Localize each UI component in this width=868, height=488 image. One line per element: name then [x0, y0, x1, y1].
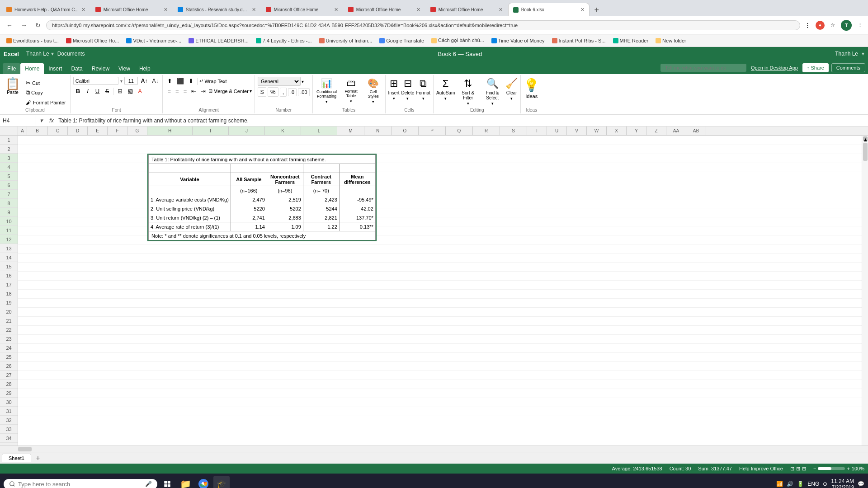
row-num-21[interactable]: 21: [0, 316, 18, 325]
col-header-P[interactable]: P: [419, 127, 446, 135]
zoom-out-button[interactable]: −: [813, 466, 816, 471]
language-icon[interactable]: ENG: [807, 481, 819, 487]
align-left-button[interactable]: ≡: [165, 87, 173, 95]
col-header-A[interactable]: A: [18, 127, 27, 135]
tab-view[interactable]: View: [114, 63, 135, 74]
col-header-L[interactable]: L: [301, 127, 337, 135]
scroll-up-arrow[interactable]: ▲: [863, 136, 868, 141]
adblock-icon[interactable]: ●: [816, 21, 825, 30]
open-desktop-btn[interactable]: Open in Desktop App: [751, 65, 798, 70]
share-button[interactable]: ↑ Share: [802, 63, 829, 72]
row-num-15[interactable]: 15: [0, 262, 18, 271]
col-header-AA[interactable]: AA: [666, 127, 686, 135]
comments-button[interactable]: Comments: [831, 63, 865, 72]
table-row[interactable]: 2. Unit selling price (VND/kg) 5220 5202…: [149, 204, 376, 213]
autosum-button[interactable]: Σ AutoSum ▾: [436, 78, 455, 101]
browser-tab-5[interactable]: Microsoft Office Home ✕: [426, 3, 507, 16]
font-color-button[interactable]: A: [136, 87, 144, 95]
col-header-E[interactable]: E: [88, 127, 108, 135]
bookmark-ethical[interactable]: ETHICAL LEADERSH...: [186, 37, 251, 44]
cut-button[interactable]: ✂ Cut: [24, 79, 67, 87]
new-tab-button[interactable]: +: [590, 4, 603, 16]
tab-close-active[interactable]: ✕: [580, 7, 585, 13]
browser-tab-0[interactable]: Homework Help - Q&A from C... ✕: [2, 3, 90, 16]
sheet1-tab[interactable]: Sheet1: [2, 454, 31, 462]
clock[interactable]: 11:24 AM 7/22/2019: [831, 478, 854, 488]
col-header-M[interactable]: M: [337, 127, 364, 135]
bookmark-canh[interactable]: Cách gọi bánh chú...: [429, 37, 487, 44]
wrap-text-button[interactable]: ↵ Wrap Text: [199, 78, 226, 84]
documents-link[interactable]: Documents: [57, 51, 85, 57]
col-header-Z[interactable]: Z: [646, 127, 666, 135]
row-num-3[interactable]: 3: [0, 154, 18, 163]
browser-tab-2[interactable]: Statistics - Research study.docx ✕: [173, 3, 260, 16]
bookmark-timevalue[interactable]: Time Value of Money: [489, 37, 547, 44]
tab-close-4[interactable]: ✕: [416, 7, 420, 13]
row-num-35[interactable]: 35: [0, 443, 18, 446]
scroll-thumb[interactable]: [863, 143, 868, 161]
notification-button[interactable]: 💬: [858, 481, 864, 487]
browser-tab-1[interactable]: Microsoft Office Home ✕: [91, 3, 172, 16]
font-size-input[interactable]: [124, 77, 138, 85]
network-icon[interactable]: 📶: [776, 481, 783, 487]
row-num-34[interactable]: 34: [0, 434, 18, 443]
bold-button[interactable]: B: [73, 86, 83, 96]
row-num-1[interactable]: 1: [0, 136, 18, 145]
table-row[interactable]: 4. Average rate of return (3)/(1) 1.14 1…: [149, 222, 376, 231]
row-num-12[interactable]: 12: [0, 235, 18, 244]
scroll-left-thumb[interactable]: [18, 447, 32, 451]
merge-center-button[interactable]: ⊡ Merge & Center ▾: [208, 88, 252, 94]
chrome-button[interactable]: [195, 476, 212, 488]
row-num-11[interactable]: 11: [0, 226, 18, 235]
row-num-2[interactable]: 2: [0, 145, 18, 154]
col-header-D[interactable]: D: [68, 127, 88, 135]
format-as-table-button[interactable]: 🗃 Format Table ▾: [340, 78, 363, 103]
row-num-26[interactable]: 26: [0, 361, 18, 371]
col-header-S[interactable]: S: [500, 127, 527, 135]
bookmark-mhe[interactable]: MHE Reader: [610, 37, 651, 44]
col-header-U[interactable]: U: [547, 127, 567, 135]
tab-review[interactable]: Review: [87, 63, 114, 74]
currency-button[interactable]: $: [258, 87, 266, 97]
row-num-9[interactable]: 9: [0, 208, 18, 217]
grid-area[interactable]: Table 1: Profitability of rice farming w…: [18, 136, 868, 446]
strikethrough-button[interactable]: S̶: [104, 87, 111, 95]
row-num-24[interactable]: 24: [0, 343, 18, 352]
table-row[interactable]: 3. Unit return (VND/kg) (2) – (1) 2,741 …: [149, 213, 376, 222]
decrease-indent-button[interactable]: ⇤: [189, 87, 198, 95]
file-explorer-button[interactable]: 📁: [177, 476, 193, 488]
col-header-G[interactable]: G: [127, 127, 147, 135]
taskbar-search-box[interactable]: 🎤: [4, 479, 157, 488]
bookmark-star-icon[interactable]: ☆: [828, 21, 837, 30]
row-num-27[interactable]: 27: [0, 371, 18, 380]
name-box[interactable]: H4: [0, 115, 36, 126]
bookmark-loyalty[interactable]: 7.4 Loyalty - Ethics -...: [253, 37, 315, 44]
col-header-W[interactable]: W: [587, 127, 607, 135]
row-num-6[interactable]: 6: [0, 181, 18, 190]
row-num-5[interactable]: 5: [0, 172, 18, 181]
row-num-25[interactable]: 25: [0, 352, 18, 361]
col-header-X[interactable]: X: [607, 127, 627, 135]
formula-input[interactable]: Table 1: Profitability of rice farming w…: [57, 117, 868, 124]
align-bottom-button[interactable]: ⬇: [187, 77, 195, 85]
voice-search-icon[interactable]: 🎤: [145, 481, 152, 487]
decrease-font-button[interactable]: A↓: [151, 77, 160, 84]
row-num-31[interactable]: 31: [0, 407, 18, 416]
decrease-decimal-button[interactable]: .0: [288, 88, 297, 96]
col-header-N[interactable]: N: [364, 127, 392, 135]
tab-close-5[interactable]: ✕: [499, 7, 503, 13]
bookmark-translate[interactable]: Google Translate: [377, 37, 427, 44]
title-user-right[interactable]: Thanh Le: [835, 51, 858, 57]
tab-close-2[interactable]: ✕: [252, 7, 256, 13]
row-num-22[interactable]: 22: [0, 325, 18, 334]
insert-cells-button[interactable]: ⊞ Insert ▾: [388, 78, 400, 101]
col-header-R[interactable]: R: [473, 127, 500, 135]
browser-tab-4[interactable]: Microsoft Office Home ✕: [344, 3, 425, 16]
taskbar-search-input[interactable]: [18, 481, 142, 488]
align-center-button[interactable]: ≡: [174, 87, 181, 95]
tab-insert[interactable]: Insert: [44, 63, 66, 74]
number-format-select[interactable]: General: [258, 77, 301, 86]
row-num-23[interactable]: 23: [0, 334, 18, 343]
format-painter-button[interactable]: 🖌 Format Painter: [24, 98, 67, 107]
row-num-7[interactable]: 7: [0, 190, 18, 199]
